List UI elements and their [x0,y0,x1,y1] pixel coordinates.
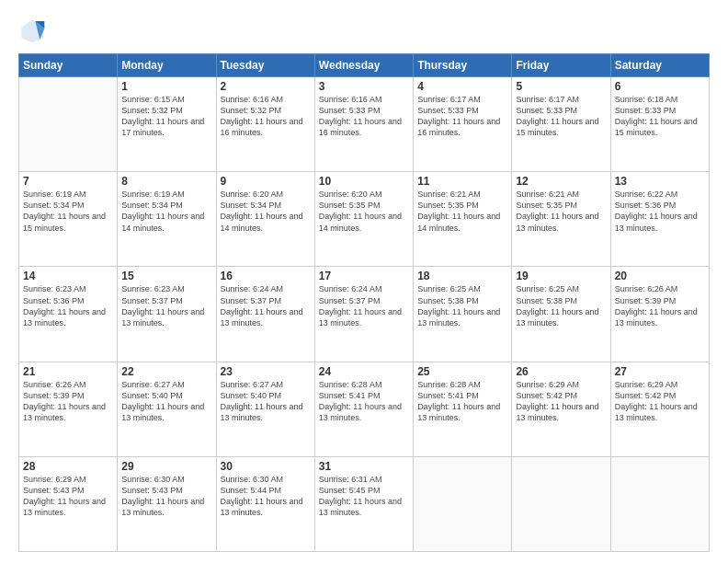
calendar-cell: 24Sunrise: 6:28 AMSunset: 5:41 PMDayligh… [314,362,413,456]
day-number: 4 [417,80,507,93]
day-info: Sunrise: 6:26 AMSunset: 5:39 PMDaylight:… [615,283,705,328]
calendar-cell: 1Sunrise: 6:15 AMSunset: 5:32 PMDaylight… [118,77,216,172]
day-number: 24 [319,365,409,378]
day-number: 17 [319,270,409,282]
calendar-cell: 4Sunrise: 6:17 AMSunset: 5:33 PMDaylight… [414,77,512,172]
day-number: 22 [121,365,211,378]
day-info: Sunrise: 6:19 AMSunset: 5:34 PMDaylight:… [121,189,211,234]
day-number: 18 [417,270,507,282]
calendar-week-row: 21Sunrise: 6:26 AMSunset: 5:39 PMDayligh… [19,362,710,456]
calendar-cell: 3Sunrise: 6:16 AMSunset: 5:33 PMDaylight… [314,77,413,172]
calendar-cell: 7Sunrise: 6:19 AMSunset: 5:34 PMDaylight… [19,172,118,267]
day-number: 16 [221,270,311,282]
calendar-cell: 17Sunrise: 6:24 AMSunset: 5:37 PMDayligh… [314,267,413,362]
calendar-cell: 18Sunrise: 6:25 AMSunset: 5:38 PMDayligh… [414,267,512,362]
calendar-week-row: 1Sunrise: 6:15 AMSunset: 5:32 PMDaylight… [19,77,710,172]
calendar-cell: 20Sunrise: 6:26 AMSunset: 5:39 PMDayligh… [610,267,709,362]
day-number: 23 [221,365,311,378]
weekday-header: Tuesday [216,54,314,77]
day-info: Sunrise: 6:29 AMSunset: 5:42 PMDaylight:… [516,379,606,424]
calendar-cell [512,456,610,551]
day-number: 14 [23,270,113,282]
logo [18,17,50,44]
day-number: 9 [221,175,311,188]
calendar-cell: 5Sunrise: 6:17 AMSunset: 5:33 PMDaylight… [512,77,610,172]
day-info: Sunrise: 6:20 AMSunset: 5:35 PMDaylight:… [319,189,409,234]
weekday-header: Sunday [19,54,118,77]
day-number: 19 [516,270,606,282]
day-info: Sunrise: 6:27 AMSunset: 5:40 PMDaylight:… [221,379,311,424]
calendar-cell: 6Sunrise: 6:18 AMSunset: 5:33 PMDaylight… [610,77,709,172]
calendar-week-row: 7Sunrise: 6:19 AMSunset: 5:34 PMDaylight… [19,172,710,267]
weekday-header: Wednesday [314,54,413,77]
day-info: Sunrise: 6:20 AMSunset: 5:34 PMDaylight:… [221,189,311,234]
day-number: 31 [319,460,409,473]
day-info: Sunrise: 6:18 AMSunset: 5:33 PMDaylight:… [615,94,705,139]
day-number: 26 [516,365,606,378]
day-info: Sunrise: 6:17 AMSunset: 5:33 PMDaylight:… [417,94,507,139]
day-info: Sunrise: 6:27 AMSunset: 5:40 PMDaylight:… [121,379,211,424]
day-number: 29 [121,460,211,473]
day-number: 27 [615,365,705,378]
day-info: Sunrise: 6:16 AMSunset: 5:32 PMDaylight:… [221,94,311,139]
calendar-cell: 25Sunrise: 6:28 AMSunset: 5:41 PMDayligh… [414,362,512,456]
weekday-header: Monday [118,54,216,77]
day-number: 13 [615,175,705,188]
day-info: Sunrise: 6:21 AMSunset: 5:35 PMDaylight:… [516,189,606,234]
day-number: 10 [319,175,409,188]
day-info: Sunrise: 6:24 AMSunset: 5:37 PMDaylight:… [319,283,409,328]
calendar-cell: 2Sunrise: 6:16 AMSunset: 5:32 PMDaylight… [216,77,314,172]
calendar-cell [414,456,512,551]
calendar-cell: 16Sunrise: 6:24 AMSunset: 5:37 PMDayligh… [216,267,314,362]
logo-icon [18,17,46,44]
calendar-cell: 26Sunrise: 6:29 AMSunset: 5:42 PMDayligh… [512,362,610,456]
day-number: 2 [221,80,311,93]
day-info: Sunrise: 6:30 AMSunset: 5:44 PMDaylight:… [221,474,311,519]
calendar-week-row: 28Sunrise: 6:29 AMSunset: 5:43 PMDayligh… [19,456,710,551]
calendar-cell: 27Sunrise: 6:29 AMSunset: 5:42 PMDayligh… [610,362,709,456]
day-info: Sunrise: 6:19 AMSunset: 5:34 PMDaylight:… [23,189,113,234]
calendar-cell: 29Sunrise: 6:30 AMSunset: 5:43 PMDayligh… [118,456,216,551]
calendar-cell [610,456,709,551]
calendar-cell: 28Sunrise: 6:29 AMSunset: 5:43 PMDayligh… [19,456,118,551]
day-info: Sunrise: 6:15 AMSunset: 5:32 PMDaylight:… [121,94,211,139]
day-info: Sunrise: 6:31 AMSunset: 5:45 PMDaylight:… [319,474,409,519]
calendar-week-row: 14Sunrise: 6:23 AMSunset: 5:36 PMDayligh… [19,267,710,362]
calendar-cell: 31Sunrise: 6:31 AMSunset: 5:45 PMDayligh… [314,456,413,551]
calendar-cell: 21Sunrise: 6:26 AMSunset: 5:39 PMDayligh… [19,362,118,456]
header [18,17,710,44]
calendar-cell: 15Sunrise: 6:23 AMSunset: 5:37 PMDayligh… [118,267,216,362]
day-info: Sunrise: 6:25 AMSunset: 5:38 PMDaylight:… [417,283,507,328]
day-number: 1 [121,80,211,93]
calendar-cell: 8Sunrise: 6:19 AMSunset: 5:34 PMDaylight… [118,172,216,267]
day-info: Sunrise: 6:26 AMSunset: 5:39 PMDaylight:… [23,379,113,424]
day-info: Sunrise: 6:30 AMSunset: 5:43 PMDaylight:… [121,474,211,519]
calendar-cell: 12Sunrise: 6:21 AMSunset: 5:35 PMDayligh… [512,172,610,267]
day-info: Sunrise: 6:28 AMSunset: 5:41 PMDaylight:… [417,379,507,424]
day-info: Sunrise: 6:16 AMSunset: 5:33 PMDaylight:… [319,94,409,139]
day-info: Sunrise: 6:24 AMSunset: 5:37 PMDaylight:… [221,283,311,328]
day-number: 11 [417,175,507,188]
day-number: 20 [615,270,705,282]
day-number: 6 [615,80,705,93]
day-number: 5 [516,80,606,93]
calendar-cell: 9Sunrise: 6:20 AMSunset: 5:34 PMDaylight… [216,172,314,267]
day-info: Sunrise: 6:23 AMSunset: 5:36 PMDaylight:… [23,283,113,328]
day-info: Sunrise: 6:29 AMSunset: 5:43 PMDaylight:… [23,474,113,519]
page: SundayMondayTuesdayWednesdayThursdayFrid… [0,0,728,563]
day-number: 28 [23,460,113,473]
day-info: Sunrise: 6:29 AMSunset: 5:42 PMDaylight:… [615,379,705,424]
day-number: 7 [23,175,113,188]
calendar-table: SundayMondayTuesdayWednesdayThursdayFrid… [18,53,710,552]
calendar-cell: 13Sunrise: 6:22 AMSunset: 5:36 PMDayligh… [610,172,709,267]
day-number: 30 [221,460,311,473]
weekday-header: Thursday [414,54,512,77]
day-number: 8 [121,175,211,188]
day-info: Sunrise: 6:28 AMSunset: 5:41 PMDaylight:… [319,379,409,424]
day-number: 3 [319,80,409,93]
day-info: Sunrise: 6:25 AMSunset: 5:38 PMDaylight:… [516,283,606,328]
day-number: 21 [23,365,113,378]
day-info: Sunrise: 6:22 AMSunset: 5:36 PMDaylight:… [615,189,705,234]
calendar-cell: 23Sunrise: 6:27 AMSunset: 5:40 PMDayligh… [216,362,314,456]
calendar-cell: 19Sunrise: 6:25 AMSunset: 5:38 PMDayligh… [512,267,610,362]
